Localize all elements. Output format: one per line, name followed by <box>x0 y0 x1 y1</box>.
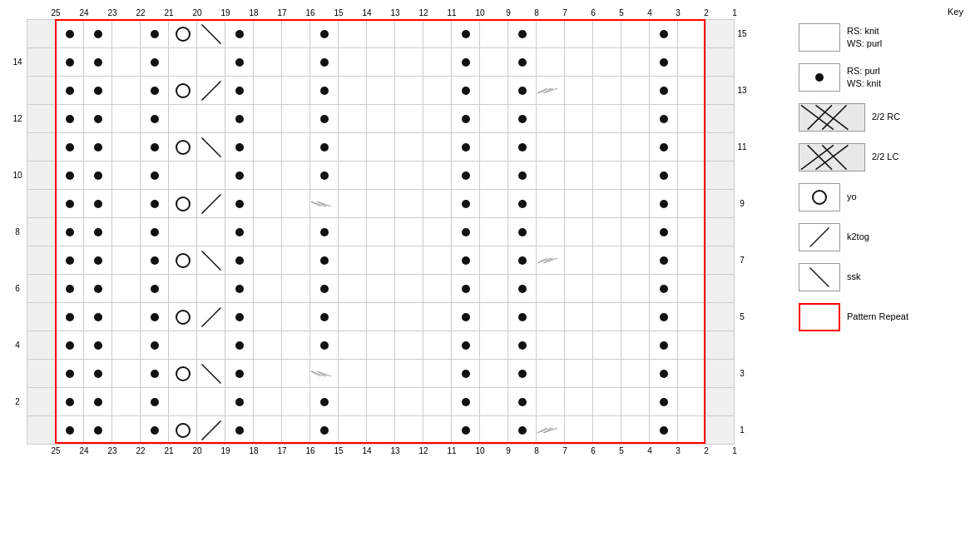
cell-r5-c1 <box>706 303 735 331</box>
cell-r12-c19 <box>197 105 225 133</box>
cell-r12-c4 <box>621 105 650 133</box>
ssk-symbol <box>199 22 224 47</box>
svg-line-8 <box>201 137 220 157</box>
cell-r14-c13 <box>367 48 395 77</box>
cell-r4-c24 <box>56 331 84 360</box>
cell-r14-c17 <box>254 48 282 77</box>
ssk-symbol <box>199 361 224 386</box>
cell-r12-c24 <box>56 105 84 133</box>
cell-r11-c17 <box>254 133 282 162</box>
cell-r5-c5 <box>593 303 621 331</box>
cell-r4-c16 <box>282 331 310 360</box>
cell-r7-c20 <box>169 246 197 275</box>
cell-r14-c21 <box>141 48 169 77</box>
cell-r9-c11 <box>423 190 452 218</box>
cell-r14-c11 <box>423 48 452 77</box>
cell-r12-c21 <box>141 105 169 133</box>
dot-symbol <box>151 313 159 321</box>
dot-symbol <box>235 172 244 180</box>
cell-r4-c13 <box>367 331 395 360</box>
dot-symbol <box>66 285 74 293</box>
row-num-left-9 <box>10 189 25 217</box>
row-num-right-14 <box>735 47 750 76</box>
cell-r14-c19 <box>197 48 225 77</box>
key-item-rs-purl: RS: purlWS: knit <box>799 63 972 92</box>
dot-symbol <box>518 341 527 350</box>
svg-line-17 <box>537 258 552 263</box>
key-label-ssk: ssk <box>847 271 861 283</box>
cell-r9-c17 <box>254 190 282 218</box>
cell-r3-c16 <box>282 360 310 388</box>
cell-r15-c16 <box>282 20 310 48</box>
cell-r11-c13 <box>367 133 395 162</box>
key-item-2-2-rc: 2/2 RC <box>799 103 972 132</box>
cell-r6-c6 <box>565 275 593 303</box>
cell-r6-c11 <box>423 275 452 303</box>
yo-symbol <box>176 253 191 268</box>
row-num-left-7 <box>10 246 25 274</box>
dot-symbol <box>151 172 159 180</box>
cell-r6-c7 <box>537 275 565 303</box>
cell-r7-c3 <box>650 246 678 275</box>
dot-symbol <box>66 228 74 236</box>
cell-r15-c25 <box>27 20 56 48</box>
dot-symbol <box>94 87 102 95</box>
cell-r15-c7 <box>537 20 565 48</box>
dot-symbol <box>66 115 74 123</box>
cell-r4-c12 <box>395 331 423 360</box>
key-item-rs-knit: RS: knitWS: purl <box>799 23 972 52</box>
k2tog-symbol <box>199 305 224 330</box>
col-num-16: 16 <box>296 8 324 17</box>
cell-r7-c8 <box>508 246 537 275</box>
cell-r12-c25 <box>27 105 56 133</box>
dot-symbol <box>66 143 74 152</box>
cell-r13-c14 <box>339 77 367 105</box>
dot-symbol <box>462 200 470 208</box>
row-num-right-1: 1 <box>735 415 750 444</box>
cell-r8-c22 <box>112 218 141 246</box>
cell-r2-c12 <box>395 388 423 416</box>
col-num-12: 12 <box>409 8 438 17</box>
dot-symbol <box>518 313 527 321</box>
cell-r6-c22 <box>112 275 141 303</box>
dot-symbol <box>518 285 527 293</box>
cell-r4-c15 <box>310 331 339 360</box>
row-num-right-9: 9 <box>735 189 750 217</box>
cell-r13-c6 <box>565 77 593 105</box>
cell-r13-c12 <box>395 77 423 105</box>
cell-r10-c15 <box>310 162 339 190</box>
dot-symbol <box>320 256 329 265</box>
dot-symbol <box>462 256 470 265</box>
cell-r6-c18 <box>225 275 254 303</box>
cell-r10-c4 <box>621 162 650 190</box>
cell-r9-c15 <box>310 190 339 218</box>
dot-symbol <box>66 87 74 95</box>
dot-symbol <box>66 398 74 406</box>
cell-r1-c18 <box>225 416 254 445</box>
cell-r5-c15 <box>310 303 339 331</box>
cell-r11-c20 <box>169 133 197 162</box>
cell-r2-c21 <box>141 388 169 416</box>
cell-r13-c5 <box>593 77 621 105</box>
cell-r3-c15 <box>310 360 339 388</box>
key-symbol-k2tog <box>799 223 840 251</box>
cell-r11-c9 <box>480 133 508 162</box>
cell-r6-c5 <box>593 275 621 303</box>
cell-r1-c3 <box>650 416 678 445</box>
dot-symbol <box>462 115 470 123</box>
cell-r5-c24 <box>56 303 84 331</box>
cell-r13-c24 <box>56 77 84 105</box>
cell-r13-c1 <box>706 77 735 105</box>
cell-r2-c13 <box>367 388 395 416</box>
ssk-symbol <box>199 248 224 273</box>
cell-r3-c14 <box>339 360 367 388</box>
key-label-k2tog: k2tog <box>847 231 869 243</box>
cell-r9-c23 <box>84 190 112 218</box>
cell-r9-c5 <box>593 190 621 218</box>
cell-r3-c18 <box>225 360 254 388</box>
svg-line-32 <box>537 428 552 433</box>
cell-r13-c2 <box>678 77 706 105</box>
ssk-icon <box>807 265 832 290</box>
cell-r2-c20 <box>169 388 197 416</box>
dot-symbol <box>235 228 244 236</box>
